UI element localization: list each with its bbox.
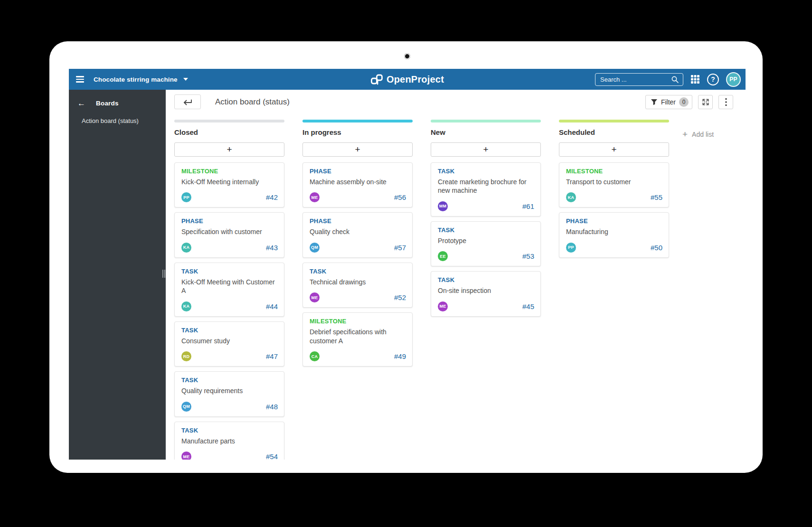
card-footer: PP #50 <box>566 243 662 253</box>
search-input[interactable] <box>600 76 671 83</box>
work-package-id[interactable]: #45 <box>522 302 534 311</box>
add-card-button[interactable]: + <box>431 142 541 157</box>
work-package-title: Quality requirements <box>181 386 278 395</box>
work-package-title: Consumer study <box>181 337 278 345</box>
openproject-logo-icon <box>370 74 383 85</box>
work-package-card[interactable]: MILESTONE Transport to customer KA #55 <box>559 162 669 207</box>
fullscreen-button[interactable] <box>698 95 713 109</box>
work-package-id[interactable]: #54 <box>266 452 278 460</box>
work-package-card[interactable]: TASK On-site inspection ME #45 <box>431 271 541 316</box>
column-title: Closed <box>174 128 284 136</box>
app-body: ← Boards Action board (status) <box>69 90 746 460</box>
card-footer: MM #61 <box>438 201 534 211</box>
assignee-avatar[interactable]: PP <box>181 192 191 202</box>
assignee-avatar[interactable]: QM <box>310 243 320 253</box>
card-footer: QM #57 <box>310 243 406 253</box>
sidebar-item-action-board[interactable]: Action board (status) <box>82 117 166 124</box>
work-package-type: TASK <box>181 327 278 334</box>
search-icon[interactable] <box>671 75 679 84</box>
work-package-type: MILESTONE <box>181 168 278 175</box>
work-package-card[interactable]: TASK Prototype EE #53 <box>431 221 541 266</box>
work-package-card[interactable]: PHASE Manufacturing PP #50 <box>559 212 669 257</box>
work-package-title: Create marketing brochure for new machin… <box>438 178 534 195</box>
work-package-id[interactable]: #55 <box>651 193 662 201</box>
work-package-card[interactable]: PHASE Specification with customer KA #43 <box>174 212 284 257</box>
add-list-label: Add list <box>692 131 714 138</box>
top-navigation-bar: Chocolate stirring machine OpenProject <box>69 69 746 90</box>
assignee-avatar[interactable]: ME <box>438 301 448 311</box>
assignee-avatar[interactable]: EE <box>438 251 448 261</box>
sidebar: ← Boards Action board (status) <box>69 90 166 460</box>
user-avatar[interactable]: PP <box>726 72 741 87</box>
add-list-button[interactable]: + Add list <box>682 130 714 139</box>
work-package-card[interactable]: MILESTONE Kick-Off Meeting internally PP… <box>174 162 284 207</box>
board-back-button[interactable] <box>174 94 201 109</box>
assignee-avatar[interactable]: KA <box>181 301 191 311</box>
work-package-title: Manufacture parts <box>181 437 278 445</box>
column-title: In progress <box>302 128 413 136</box>
add-card-button[interactable]: + <box>302 142 413 157</box>
column-color-bar <box>559 120 669 122</box>
assignee-avatar[interactable]: MM <box>438 201 448 211</box>
hamburger-menu-icon[interactable] <box>75 72 89 86</box>
add-card-button[interactable]: + <box>174 142 284 157</box>
modules-grid-icon[interactable] <box>690 75 700 84</box>
add-card-button[interactable]: + <box>559 142 669 157</box>
main-content: Action board (status) Filter 0 <box>166 90 746 460</box>
work-package-card[interactable]: MILESTONE Debrief specifications with cu… <box>302 312 413 367</box>
work-package-card[interactable]: TASK Consumer study RD #47 <box>174 321 284 367</box>
work-package-id[interactable]: #57 <box>394 244 406 252</box>
board-column: New + TASK Create marketing brochure for… <box>431 120 541 460</box>
work-package-title: On-site inspection <box>438 286 534 295</box>
work-package-card[interactable]: TASK Create marketing brochure for new m… <box>431 162 541 216</box>
work-package-id[interactable]: #42 <box>266 193 278 201</box>
assignee-avatar[interactable]: ME <box>181 452 191 460</box>
filter-button[interactable]: Filter 0 <box>645 95 692 109</box>
work-package-id[interactable]: #47 <box>266 352 278 360</box>
sidebar-back-to-boards[interactable]: ← Boards <box>69 90 166 107</box>
work-package-card[interactable]: TASK Quality requirements QM #48 <box>174 371 284 416</box>
openproject-logo[interactable]: OpenProject <box>370 69 444 90</box>
filter-label: Filter <box>661 98 676 106</box>
work-package-id[interactable]: #56 <box>394 193 406 201</box>
project-selector[interactable]: Chocolate stirring machine <box>94 76 188 83</box>
sidebar-resize-handle[interactable] <box>162 270 165 278</box>
work-package-id[interactable]: #43 <box>266 244 278 252</box>
assignee-avatar[interactable]: ME <box>310 192 320 202</box>
work-package-id[interactable]: #44 <box>266 302 278 311</box>
card-footer: CA #49 <box>310 351 406 361</box>
assignee-avatar[interactable]: QM <box>181 402 191 412</box>
assignee-avatar[interactable]: KA <box>181 243 191 253</box>
work-package-card[interactable]: PHASE Quality check QM #57 <box>302 212 413 257</box>
work-package-id[interactable]: #61 <box>522 202 534 210</box>
tablet-device-frame: Chocolate stirring machine OpenProject <box>49 41 763 473</box>
work-package-id[interactable]: #49 <box>394 352 406 360</box>
assignee-avatar[interactable]: ME <box>310 292 320 302</box>
work-package-id[interactable]: #48 <box>266 403 278 411</box>
app-screen: Chocolate stirring machine OpenProject <box>69 69 746 460</box>
assignee-avatar[interactable]: PP <box>566 243 576 253</box>
stage: Chocolate stirring machine OpenProject <box>0 0 812 527</box>
card-footer: KA #55 <box>566 192 662 202</box>
sidebar-boards-label: Boards <box>96 100 119 107</box>
work-package-id[interactable]: #50 <box>651 244 662 252</box>
assignee-avatar[interactable]: KA <box>566 192 576 202</box>
assignee-avatar[interactable]: RD <box>181 351 191 361</box>
work-package-type: TASK <box>310 268 406 275</box>
work-package-id[interactable]: #53 <box>522 252 534 260</box>
work-package-title: Debrief specifications with customer A <box>310 328 406 345</box>
work-package-card[interactable]: PHASE Machine assembly on-site ME #56 <box>302 162 413 207</box>
card-footer: KA #44 <box>181 301 278 311</box>
board-column: Closed + MILESTONE Kick-Off Meeting inte… <box>174 120 284 460</box>
help-icon[interactable]: ? <box>707 74 719 85</box>
filter-funnel-icon <box>651 99 658 105</box>
work-package-card[interactable]: TASK Kick-Off Meeting with Customer A KA… <box>174 263 284 317</box>
work-package-card[interactable]: TASK Technical drawings ME #52 <box>302 263 413 308</box>
board-menu-button[interactable] <box>718 95 733 109</box>
assignee-avatar[interactable]: CA <box>310 351 320 361</box>
card-list: TASK Create marketing brochure for new m… <box>431 162 541 317</box>
work-package-title: Prototype <box>438 236 534 245</box>
work-package-card[interactable]: TASK Manufacture parts ME #54 <box>174 422 284 460</box>
work-package-id[interactable]: #52 <box>394 293 406 301</box>
search-box[interactable] <box>595 73 683 86</box>
